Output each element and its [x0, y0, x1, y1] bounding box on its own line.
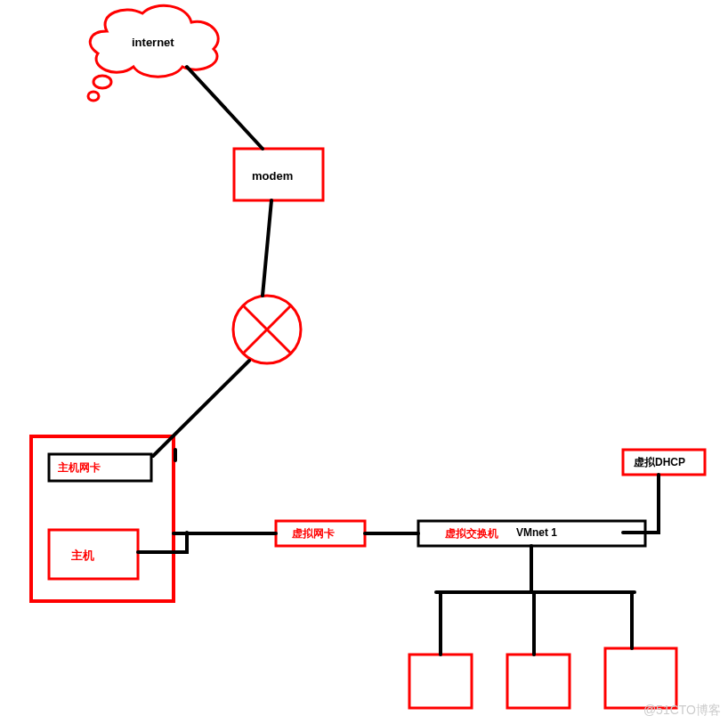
- internet-label: internet: [132, 36, 174, 49]
- svg-line-5: [187, 67, 263, 149]
- svg-point-1: [88, 92, 99, 101]
- blocked-icon: [233, 296, 301, 363]
- svg-line-7: [153, 361, 249, 456]
- svg-point-0: [93, 76, 111, 88]
- vm-box-2: [507, 655, 570, 708]
- vmnet-label: VMnet 1: [516, 526, 557, 539]
- network-diagram: [0, 0, 728, 724]
- vm-box-3: [605, 648, 676, 708]
- modem-label: modem: [252, 169, 293, 183]
- virtual-switch-label: 虚拟交换机: [445, 526, 498, 541]
- host-nic-label: 主机网卡: [58, 460, 101, 476]
- virtual-dhcp-label: 虚拟DHCP: [634, 455, 685, 470]
- vm-box-1: [409, 655, 472, 708]
- connector-lines: [138, 67, 659, 655]
- host-label: 主机: [71, 548, 94, 564]
- watermark: @51CTO博客: [643, 703, 721, 719]
- virtual-nic-label: 虚拟网卡: [292, 526, 335, 541]
- svg-line-6: [263, 200, 271, 296]
